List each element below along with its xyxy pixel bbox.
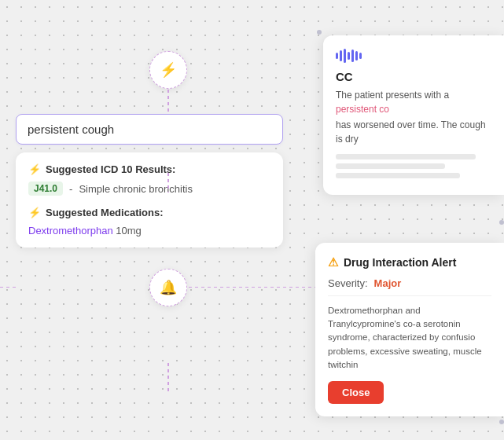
bolt-small-icon-2: ⚡ <box>28 207 41 218</box>
waveform-icon <box>336 48 491 64</box>
med-name[interactable]: Dextromethorphan <box>28 225 113 236</box>
icd-section-title: ⚡ Suggested ICD 10 Results: <box>28 163 270 175</box>
cc-text: The patient presents with a persistent c… <box>336 88 491 116</box>
icd-badge[interactable]: J41.0 <box>28 182 63 196</box>
dot-top-right <box>317 30 322 35</box>
cc-highlight: persistent co <box>336 104 389 115</box>
dot-right-mid <box>499 220 504 225</box>
h-line-left <box>0 287 16 288</box>
cc-title: CC <box>336 70 491 83</box>
alert-header: ⚠ Drug Interaction Alert <box>328 255 491 270</box>
search-input[interactable] <box>16 114 283 145</box>
cc-stub-lines <box>336 154 491 178</box>
med-dose: 10mg <box>113 225 142 236</box>
severity-label: Severity: <box>328 277 368 289</box>
medications-section-title: ⚡ Suggested Medications: <box>28 207 270 218</box>
icd-dash: - <box>69 183 72 195</box>
bolt-circle: ⚡ <box>149 51 187 89</box>
med-row: Dextromethorphan 10mg <box>28 225 270 236</box>
icd-row: J41.0 - Simple chronic bronchitis <box>28 182 270 196</box>
bolt-small-icon: ⚡ <box>28 163 41 175</box>
alert-description: Dextromethorphan and Tranylcypromine's c… <box>328 304 491 372</box>
severity-value: Major <box>374 277 402 289</box>
bell-circle: 🔔 <box>149 269 187 306</box>
bolt-icon: ⚡ <box>160 61 177 79</box>
h-line-right <box>189 287 330 288</box>
icd-section: ⚡ Suggested ICD 10 Results: J41.0 - Simp… <box>28 163 270 196</box>
dot-bottom-right <box>499 420 504 424</box>
suggestion-card: ⚡ Suggested ICD 10 Results: J41.0 - Simp… <box>16 152 283 248</box>
medications-section: ⚡ Suggested Medications: Dextromethorpha… <box>28 207 270 236</box>
severity-row: Severity: Major <box>328 277 491 296</box>
alert-title: Drug Interaction Alert <box>344 256 456 269</box>
bell-icon: 🔔 <box>160 279 177 296</box>
icd-description: Simple chronic bronchitis <box>79 183 193 195</box>
cc-text-start: The patient presents with a <box>336 90 449 101</box>
close-button[interactable]: Close <box>328 381 384 404</box>
alert-card: ⚠ Drug Interaction Alert Severity: Major… <box>315 243 504 416</box>
cc-text-2: has worsened over time. The cough is dry <box>336 118 491 146</box>
transcript-card: CC The patient presents with a persisten… <box>323 35 504 195</box>
alert-triangle-icon: ⚠ <box>328 255 338 270</box>
